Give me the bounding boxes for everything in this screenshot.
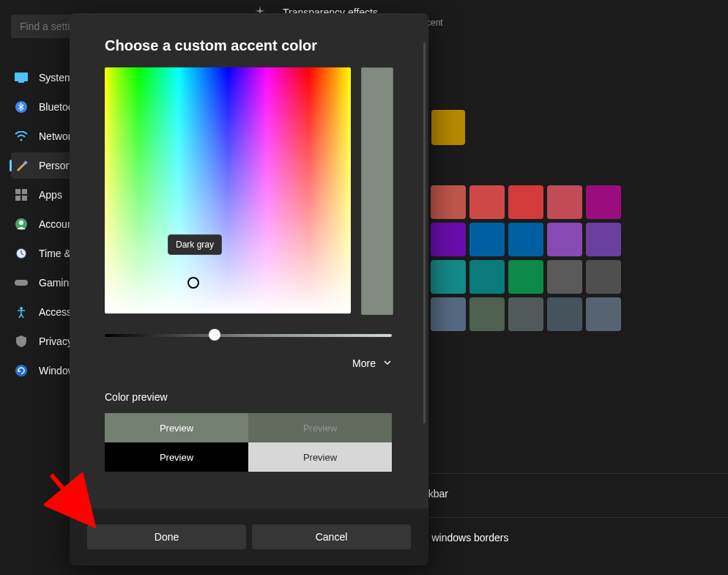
chevron-down-icon [383,358,392,369]
gamepad-icon [14,275,29,290]
color-preview-label: Color preview [105,391,393,403]
dialog-title: Choose a custom accent color [105,37,393,54]
selected-color-preview-strip [361,67,393,315]
divider [417,473,728,474]
dialog-footer: Done Cancel [70,508,428,565]
svg-rect-1 [18,81,24,83]
windows-color-swatch[interactable] [586,297,621,331]
windows-color-swatch[interactable] [547,185,582,219]
recent-color-swatch[interactable] [431,110,465,145]
picker-cursor[interactable] [187,277,199,289]
windows-color-swatch[interactable] [431,297,466,331]
setting-label-partial: nd windows borders [417,532,509,544]
update-icon [14,363,29,378]
svg-rect-8 [22,196,27,201]
done-button[interactable]: Done [87,524,246,549]
windows-color-swatch[interactable] [508,185,543,219]
preview-cell: Preview [105,413,248,442]
preview-cell: Preview [248,413,392,442]
svg-rect-13 [15,280,28,286]
sidebar-item-label: Apps [39,189,62,201]
windows-color-swatch[interactable] [547,223,582,256]
preview-cell: Preview [248,442,392,472]
wifi-icon [14,129,29,144]
windows-color-swatch[interactable] [586,260,621,294]
svg-rect-7 [15,196,21,201]
setting-title-borders[interactable]: nd windows borders [417,519,728,557]
value-slider[interactable] [105,334,392,337]
windows-color-swatch[interactable] [586,185,621,219]
paintbrush-icon [14,158,29,173]
cancel-button[interactable]: Cancel [252,524,411,549]
divider [417,517,728,518]
svg-rect-5 [15,189,21,194]
clock-icon [14,246,29,261]
svg-rect-0 [15,73,28,81]
value-slider-thumb[interactable] [209,329,220,341]
color-spectrum-picker[interactable]: Dark gray [105,67,351,314]
windows-color-swatch[interactable] [586,223,621,256]
person-icon [14,217,29,231]
more-label: More [352,357,376,369]
more-toggle[interactable]: More [105,357,392,369]
setting-start-taskbar[interactable]: askbar [417,475,728,513]
preview-cell: Preview [105,442,248,472]
apps-icon [14,188,29,202]
svg-rect-6 [22,189,27,194]
windows-color-swatch[interactable] [469,260,505,294]
windows-color-swatch[interactable] [547,297,582,331]
color-tooltip: Dark gray [168,234,222,255]
windows-color-swatch[interactable] [469,297,505,331]
windows-color-swatch[interactable] [469,185,505,219]
sidebar-item-label: System [39,72,73,84]
color-preview-grid: Preview Preview Preview Preview [105,413,392,472]
accessibility-icon [14,305,29,319]
windows-color-swatch[interactable] [431,223,466,256]
windows-color-swatch[interactable] [469,223,505,256]
svg-point-15 [15,365,27,376]
svg-point-3 [21,139,23,141]
custom-accent-color-dialog: Choose a custom accent color Dark gray M… [70,13,428,565]
windows-color-swatch[interactable] [508,297,543,331]
dialog-scrollbar[interactable] [423,42,426,423]
display-icon [14,70,29,85]
accent-caption-partial: cent [426,18,443,28]
bluetooth-icon [14,100,29,114]
svg-point-14 [20,307,23,310]
windows-color-swatch[interactable] [431,260,466,294]
windows-color-swatch[interactable] [547,260,582,294]
windows-color-swatch[interactable] [508,223,543,256]
shield-icon [14,334,29,349]
windows-color-swatch[interactable] [508,260,543,294]
windows-color-swatch[interactable] [431,185,466,219]
svg-point-10 [19,220,23,225]
